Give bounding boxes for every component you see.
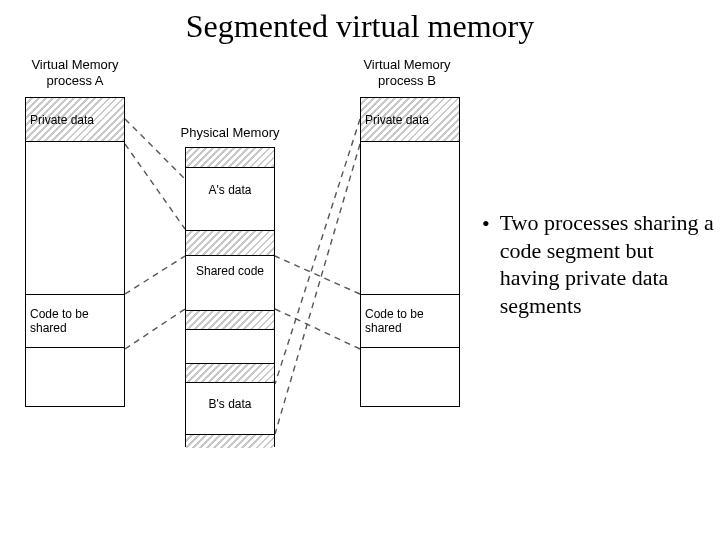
- bullet-dot-icon: •: [482, 209, 490, 235]
- bullet-text: Two processes sharing a code segment but…: [500, 209, 717, 319]
- svg-line-2: [125, 256, 185, 294]
- pm-a-data: A's data: [186, 181, 274, 201]
- seg-label: Code to be shared: [365, 307, 455, 335]
- bullet-point: • Two processes sharing a code segment b…: [482, 209, 717, 319]
- virtual-memory-a: Private data Code to be shared: [25, 97, 125, 407]
- svg-line-3: [125, 309, 185, 349]
- seg-label: Code to be shared: [30, 307, 120, 335]
- pm-slot-1: [186, 230, 274, 256]
- pm-shared-code: Shared code: [186, 262, 274, 282]
- svg-line-7: [275, 309, 360, 349]
- pm-slot-3: [186, 363, 274, 383]
- seg-a-shared-code: Code to be shared: [26, 294, 124, 348]
- pm-slot-2: [186, 310, 274, 330]
- slide-title: Segmented virtual memory: [0, 0, 720, 49]
- seg-b-private-data: Private data: [361, 98, 459, 142]
- label-physical-memory: Physical Memory: [170, 125, 290, 141]
- seg-label: Private data: [365, 113, 429, 127]
- svg-line-5: [275, 144, 360, 434]
- virtual-memory-b: Private data Code to be shared: [360, 97, 460, 407]
- pm-b-data: B's data: [186, 395, 274, 415]
- pm-slot-bottom: [186, 434, 274, 448]
- svg-line-4: [275, 119, 360, 384]
- seg-a-private-data: Private data: [26, 98, 124, 142]
- label-process-b: Virtual Memoryprocess B: [352, 57, 462, 88]
- seg-b-shared-code: Code to be shared: [361, 294, 459, 348]
- seg-label: Private data: [30, 113, 94, 127]
- physical-memory: A's data Shared code B's data: [185, 147, 275, 447]
- svg-line-1: [125, 144, 185, 229]
- svg-line-6: [275, 256, 360, 294]
- label-process-a: Virtual Memoryprocess A: [20, 57, 130, 88]
- diagram: Virtual Memoryprocess A Physical Memory …: [0, 49, 720, 529]
- pm-slot-top: [186, 148, 274, 168]
